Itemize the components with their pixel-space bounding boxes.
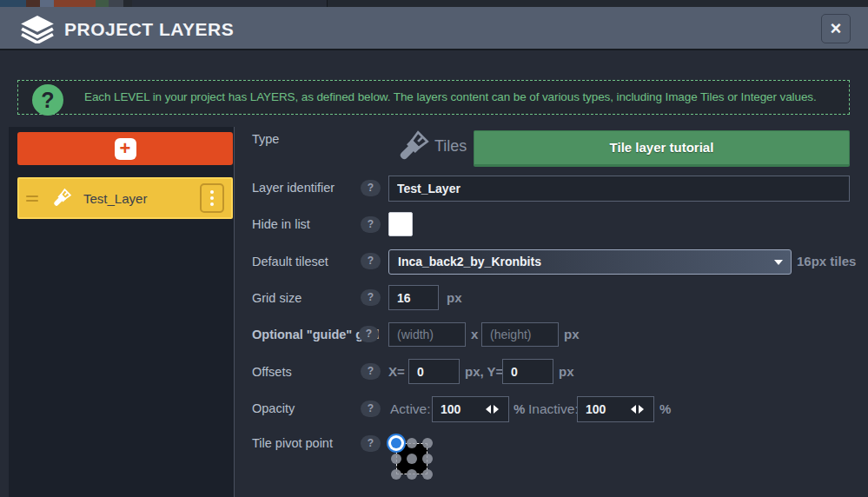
offset-mid-text: px, Y= xyxy=(465,364,503,379)
default-tileset-label: Default tileset xyxy=(252,255,328,268)
grid-size-label: Grid size xyxy=(252,291,301,305)
help-icon[interactable]: ? xyxy=(361,180,381,196)
grid-size-unit: px xyxy=(447,290,462,305)
add-layer-button[interactable]: + xyxy=(17,132,233,165)
help-icon[interactable]: ? xyxy=(361,363,381,380)
layer-identifier-label: Layer identifier xyxy=(252,181,335,195)
type-label: Type xyxy=(252,132,279,146)
plus-icon: + xyxy=(115,138,136,160)
strip-segment xyxy=(109,0,123,7)
hide-in-list-checkbox[interactable] xyxy=(388,212,413,236)
pivot-dot-center[interactable] xyxy=(407,454,417,464)
tile-pivot-widget xyxy=(390,436,435,481)
layers-icon xyxy=(19,16,56,43)
opacity-inactive-label: Inactive: xyxy=(528,401,579,417)
help-icon[interactable]: ? xyxy=(361,289,381,306)
guide-grid-width-input[interactable] xyxy=(388,322,466,347)
tileset-size-text: 16px tiles xyxy=(797,254,856,268)
info-banner: ? Each LEVEL in your project has LAYERS,… xyxy=(17,80,850,115)
help-icon[interactable]: ? xyxy=(361,435,381,452)
pivot-dot-bottom-right[interactable] xyxy=(422,469,433,480)
help-icon[interactable]: ? xyxy=(361,216,381,233)
help-icon[interactable]: ? xyxy=(361,401,381,417)
layer-list-panel: + Test_Layer xyxy=(9,127,235,497)
pivot-dot-bottom-left[interactable] xyxy=(391,469,401,480)
offset-x-prefix: X= xyxy=(388,364,405,379)
guide-grid-separator: x xyxy=(471,327,478,341)
opacity-inactive-unit: % xyxy=(659,401,671,416)
pivot-dot-bottom-center[interactable] xyxy=(407,469,417,480)
offset-x-input[interactable] xyxy=(408,359,460,384)
pivot-dot-top-right[interactable] xyxy=(422,438,433,448)
tile-pivot-label: Tile pivot point xyxy=(252,436,333,450)
strip-segment xyxy=(40,0,54,7)
opacity-active-label: Active: xyxy=(390,401,431,417)
grid-size-input[interactable] xyxy=(388,285,439,310)
guide-grid-unit: px xyxy=(564,327,580,341)
strip-segment xyxy=(54,0,96,7)
layer-list-item-selected[interactable]: Test_Layer xyxy=(17,177,233,219)
strip-segment xyxy=(26,0,40,7)
pivot-dot-middle-left[interactable] xyxy=(391,454,401,464)
type-value: Tiles xyxy=(434,137,467,156)
pivot-dot-middle-right[interactable] xyxy=(422,454,433,464)
info-banner-text: Each LEVEL in your project has LAYERS, a… xyxy=(84,81,817,114)
pivot-dot-top-left[interactable] xyxy=(391,438,401,448)
strip-segment xyxy=(96,0,109,7)
pivot-dot-top-center[interactable] xyxy=(407,438,417,448)
help-icon[interactable]: ? xyxy=(359,326,379,342)
layer-context-menu-button[interactable] xyxy=(200,183,224,213)
close-button[interactable]: × xyxy=(821,14,851,43)
strip-segment xyxy=(123,0,132,7)
dialog-title: PROJECT LAYERS xyxy=(64,19,234,40)
layer-identifier-input[interactable] xyxy=(388,176,850,202)
stepper-arrows-icon[interactable] xyxy=(486,405,499,414)
default-tileset-value: Inca_back2_by_Kronbits xyxy=(398,255,541,268)
project-layers-dialog: PROJECT LAYERS × ? Each LEVEL in your pr… xyxy=(0,0,868,497)
tile-layer-tutorial-button[interactable]: Tile layer tutorial xyxy=(474,130,850,167)
layer-name: Test_Layer xyxy=(83,191,147,206)
strip-segment xyxy=(328,0,868,7)
strip-segment xyxy=(0,0,26,7)
dialog-header: PROJECT LAYERS × xyxy=(0,7,868,50)
opacity-active-unit: % xyxy=(514,401,525,416)
strip-segment xyxy=(132,0,327,7)
stepper-arrows-icon[interactable] xyxy=(631,405,644,414)
guide-grid-height-input[interactable] xyxy=(481,322,559,347)
tiles-brush-icon xyxy=(50,187,73,210)
background-app-strip xyxy=(0,0,868,7)
drag-handle-icon[interactable] xyxy=(26,195,38,202)
default-tileset-select[interactable]: Inca_back2_by_Kronbits xyxy=(388,249,792,275)
offsets-unit: px xyxy=(559,364,574,379)
chevron-down-icon xyxy=(774,260,783,265)
opacity-label: Opacity xyxy=(252,401,295,415)
help-circle-icon: ? xyxy=(32,84,63,116)
offset-y-input[interactable] xyxy=(502,359,553,384)
hide-in-list-label: Hide in list xyxy=(252,217,310,231)
help-icon[interactable]: ? xyxy=(361,253,381,269)
offsets-label: Offsets xyxy=(252,365,292,379)
type-tiles-icon xyxy=(393,128,432,167)
